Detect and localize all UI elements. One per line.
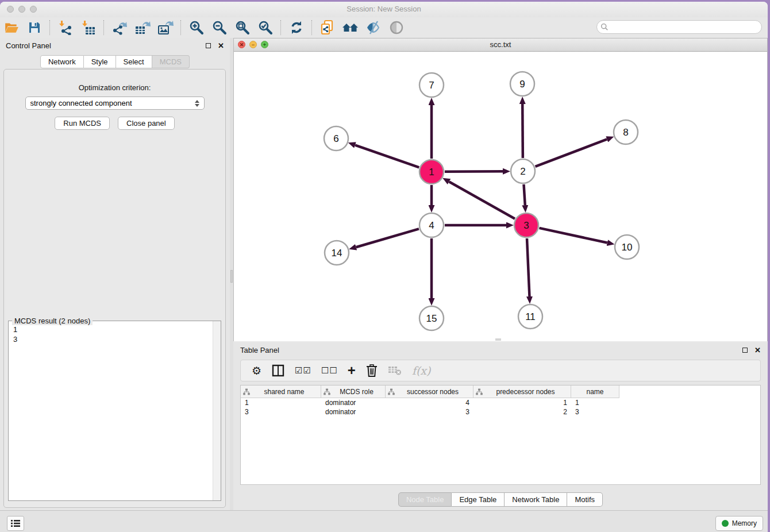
graph-node-6[interactable]: 6	[324, 126, 348, 151]
zoom-in-icon	[189, 20, 204, 35]
mcds-result-line: 3	[13, 334, 208, 344]
export-image-icon	[157, 20, 174, 35]
zoom-selected-icon	[258, 20, 273, 35]
hierarchy-icon	[476, 388, 483, 395]
zoom-selected-button[interactable]	[256, 19, 275, 36]
frame-maximize-button[interactable]: +	[261, 41, 268, 48]
column-header-shared-name[interactable]: shared name	[241, 385, 321, 398]
zoom-in-button[interactable]	[187, 19, 206, 36]
tab-node-table[interactable]: Node Table	[398, 492, 452, 507]
divider-grabber-icon[interactable]	[230, 270, 233, 283]
graph-node-14[interactable]: 14	[325, 241, 349, 265]
table-settings-button[interactable]: ⚙	[252, 362, 261, 379]
table-row[interactable]: 1 dominator 4 1 1	[241, 398, 760, 407]
graph-node-1[interactable]: 1	[419, 160, 444, 184]
toolbar-separator	[103, 20, 105, 35]
copy-network-icon	[319, 20, 336, 36]
toolbar-separator	[49, 20, 51, 35]
graph-node-15[interactable]: 15	[419, 306, 444, 330]
tab-network-table[interactable]: Network Table	[505, 492, 567, 507]
show-columns-button[interactable]	[272, 362, 284, 379]
zoom-fit-button[interactable]	[233, 19, 252, 36]
show-details-button[interactable]	[387, 19, 406, 36]
open-folder-icon	[4, 21, 19, 34]
control-panel-title: Control Panel	[6, 41, 51, 50]
search-input[interactable]	[611, 22, 758, 32]
status-bar: Memory	[0, 510, 768, 532]
close-table-panel-icon[interactable]: ✕	[754, 346, 761, 354]
graph-edge-2-9[interactable]	[522, 104, 523, 158]
memory-button[interactable]: Memory	[715, 516, 763, 531]
graph-node-8[interactable]: 8	[614, 120, 638, 144]
open-session-button[interactable]	[2, 19, 21, 36]
save-session-button[interactable]	[25, 19, 44, 36]
mcds-result-text[interactable]: 1 3	[9, 322, 213, 500]
graph-node-2[interactable]: 2	[511, 159, 535, 183]
tab-motifs[interactable]: Motifs	[567, 492, 603, 507]
mcds-result-line: 1	[13, 325, 208, 334]
graph-node-10[interactable]: 10	[615, 235, 639, 259]
graph-edge-3-10[interactable]	[539, 228, 607, 243]
column-header-successor-nodes[interactable]: successor nodes	[386, 385, 473, 398]
graph-edge-2-8[interactable]	[536, 139, 607, 166]
float-table-panel-icon[interactable]	[742, 348, 748, 353]
column-header-name[interactable]: name	[571, 385, 619, 398]
import-network-icon	[58, 20, 73, 35]
graph-edge-1-6[interactable]	[355, 145, 419, 168]
selected-option: strongly connected component	[30, 99, 195, 107]
run-mcds-button[interactable]: Run MCDS	[55, 117, 110, 130]
apply-layout-button[interactable]	[287, 19, 306, 36]
task-history-button[interactable]	[7, 516, 24, 531]
graph-edge-3-1[interactable]	[449, 182, 514, 219]
graph-edge-1-2[interactable]	[445, 171, 503, 172]
graph-node-9[interactable]: 9	[510, 72, 534, 96]
search-icon	[600, 23, 609, 31]
tab-edge-table[interactable]: Edge Table	[452, 492, 505, 507]
graph-node-11[interactable]: 11	[518, 304, 542, 329]
select-all-columns-button[interactable]: ☑☑	[295, 362, 311, 379]
table-row[interactable]: 3 dominator 3 2 3	[241, 407, 760, 417]
graph-node-label: 1	[429, 167, 434, 178]
import-table-button[interactable]	[79, 19, 98, 36]
clone-network-button[interactable]	[318, 19, 337, 36]
unselect-all-columns-button[interactable]: ☐☐	[321, 362, 337, 379]
tab-style[interactable]: Style	[84, 55, 116, 68]
column-header-predecessor-nodes[interactable]: predecessor nodes	[473, 385, 571, 398]
graph-node-4[interactable]: 4	[419, 213, 444, 237]
tab-network[interactable]: Network	[40, 55, 84, 68]
zoom-out-button[interactable]	[210, 19, 229, 36]
result-scrollbar[interactable]	[213, 321, 221, 500]
float-panel-icon[interactable]	[206, 43, 211, 48]
delete-column-button[interactable]	[366, 362, 378, 379]
graph-node-label: 11	[525, 311, 536, 322]
export-image-button[interactable]	[156, 19, 175, 36]
frame-minimize-button[interactable]: −	[249, 41, 257, 48]
export-table-button[interactable]	[133, 19, 152, 36]
frame-close-button[interactable]: ✕	[238, 41, 245, 48]
export-network-button[interactable]	[110, 19, 129, 36]
network-frame-titlebar: ✕ − + scc.txt	[234, 38, 767, 52]
graph-edge-2-3[interactable]	[523, 184, 525, 205]
hide-details-button[interactable]	[364, 19, 383, 36]
mcds-result-box: MCDS result (2 nodes) 1 3	[8, 321, 221, 501]
export-network-icon	[111, 20, 128, 35]
function-builder-button-disabled: f(x)	[412, 362, 431, 379]
first-neighbors-button[interactable]	[341, 19, 360, 36]
tab-mcds[interactable]: MCDS	[152, 55, 190, 68]
graph-edge-3-11[interactable]	[527, 238, 529, 296]
optimization-criterion-select[interactable]: strongly connected component	[25, 97, 205, 110]
close-panel-button[interactable]: Close panel	[118, 117, 175, 130]
import-network-button[interactable]	[56, 19, 75, 36]
refresh-icon	[289, 20, 304, 35]
graph-node-7[interactable]: 7	[419, 73, 444, 97]
graph-edge-4-14[interactable]	[356, 229, 419, 247]
create-column-button[interactable]: +	[348, 362, 356, 379]
tab-select[interactable]: Select	[116, 55, 152, 68]
graph-node-3[interactable]: 3	[514, 213, 538, 237]
delete-table-button-disabled	[388, 362, 402, 379]
column-header-mcds-role[interactable]: MCDS role	[321, 385, 386, 398]
fx-icon: f(x)	[412, 364, 431, 377]
network-canvas[interactable]: 7968124314101511	[234, 52, 767, 341]
close-panel-icon[interactable]: ✕	[218, 42, 224, 49]
canvas-grabber-icon[interactable]	[495, 338, 501, 341]
